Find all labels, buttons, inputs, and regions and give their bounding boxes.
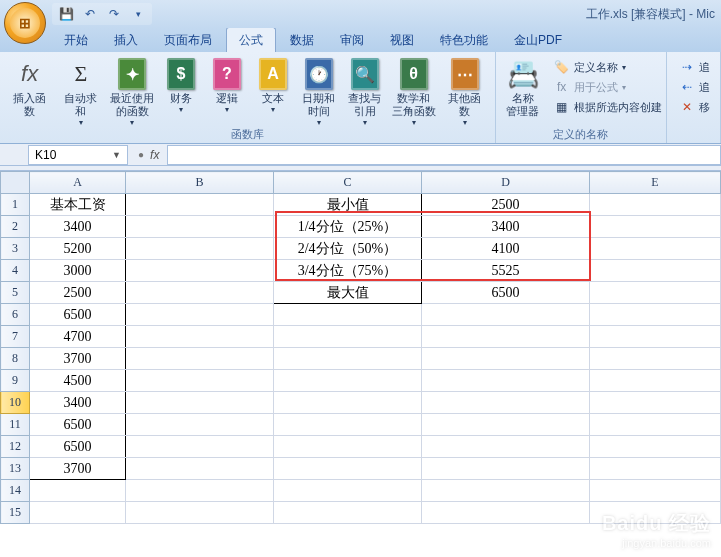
redo-icon[interactable]: ↷ <box>106 6 122 22</box>
tab-special[interactable]: 特色功能 <box>428 28 500 52</box>
cell[interactable] <box>30 480 126 502</box>
row-header[interactable]: 15 <box>1 502 30 524</box>
cell[interactable] <box>422 392 590 414</box>
tab-insert[interactable]: 插入 <box>102 28 150 52</box>
cell[interactable]: 1/4分位（25%） <box>274 216 422 238</box>
cell[interactable]: 4700 <box>30 326 126 348</box>
cell[interactable] <box>422 370 590 392</box>
tab-pdf[interactable]: 金山PDF <box>502 28 574 52</box>
cell[interactable] <box>274 370 422 392</box>
cell[interactable] <box>126 392 274 414</box>
cell[interactable] <box>126 194 274 216</box>
cell[interactable] <box>126 348 274 370</box>
cell[interactable] <box>126 414 274 436</box>
cell[interactable]: 最小值 <box>274 194 422 216</box>
cell[interactable] <box>422 502 590 524</box>
tab-formulas[interactable]: 公式 <box>226 27 276 52</box>
row-header[interactable]: 7 <box>1 326 30 348</box>
cell[interactable]: 3700 <box>30 458 126 480</box>
col-header-C[interactable]: C <box>274 172 422 194</box>
cell[interactable] <box>126 370 274 392</box>
cell[interactable] <box>590 458 721 480</box>
cell[interactable] <box>590 326 721 348</box>
cell[interactable] <box>274 392 422 414</box>
cell[interactable] <box>590 348 721 370</box>
cell[interactable] <box>422 326 590 348</box>
row-header[interactable]: 8 <box>1 348 30 370</box>
cell[interactable] <box>126 480 274 502</box>
cell[interactable] <box>590 304 721 326</box>
name-box[interactable]: K10 ▼ <box>28 145 128 165</box>
col-header-D[interactable]: D <box>422 172 590 194</box>
cell[interactable] <box>422 480 590 502</box>
cell[interactable] <box>126 436 274 458</box>
cell[interactable]: 3/4分位（75%） <box>274 260 422 282</box>
trace-precedents-button[interactable]: ⇢ 追 <box>675 58 714 76</box>
cell[interactable]: 4100 <box>422 238 590 260</box>
cell[interactable] <box>274 458 422 480</box>
cell[interactable] <box>126 260 274 282</box>
cell[interactable] <box>126 238 274 260</box>
cell[interactable] <box>590 238 721 260</box>
cell[interactable] <box>30 502 126 524</box>
cell[interactable]: 3400 <box>30 216 126 238</box>
cell[interactable] <box>126 502 274 524</box>
cell[interactable] <box>126 282 274 304</box>
cell[interactable] <box>590 370 721 392</box>
cell[interactable] <box>274 348 422 370</box>
tab-home[interactable]: 开始 <box>52 28 100 52</box>
row-header[interactable]: 1 <box>1 194 30 216</box>
qat-dropdown-icon[interactable]: ▾ <box>130 6 146 22</box>
cell[interactable]: 6500 <box>422 282 590 304</box>
cell[interactable] <box>590 480 721 502</box>
row-header[interactable]: 4 <box>1 260 30 282</box>
cell[interactable]: 2500 <box>30 282 126 304</box>
cell[interactable] <box>126 326 274 348</box>
cell[interactable] <box>590 436 721 458</box>
chevron-down-icon[interactable]: ▼ <box>112 150 121 160</box>
define-name-button[interactable]: 🏷️ 定义名称 ▾ <box>550 58 666 76</box>
cell[interactable]: 2/4分位（50%） <box>274 238 422 260</box>
tab-data[interactable]: 数据 <box>278 28 326 52</box>
cell[interactable] <box>274 436 422 458</box>
save-icon[interactable]: 💾 <box>58 6 74 22</box>
tab-review[interactable]: 审阅 <box>328 28 376 52</box>
cell[interactable]: 基本工资 <box>30 194 126 216</box>
cell[interactable]: 最大值 <box>274 282 422 304</box>
cell[interactable] <box>274 414 422 436</box>
cell[interactable]: 4500 <box>30 370 126 392</box>
cell[interactable] <box>274 304 422 326</box>
cell[interactable] <box>126 304 274 326</box>
create-from-selection-button[interactable]: ▦ 根据所选内容创建 <box>550 98 666 116</box>
cell[interactable]: 3400 <box>30 392 126 414</box>
row-header[interactable]: 13 <box>1 458 30 480</box>
col-header-E[interactable]: E <box>590 172 721 194</box>
tab-view[interactable]: 视图 <box>378 28 426 52</box>
cell[interactable]: 2500 <box>422 194 590 216</box>
row-header[interactable]: 12 <box>1 436 30 458</box>
row-header[interactable]: 9 <box>1 370 30 392</box>
cell[interactable] <box>126 458 274 480</box>
cell[interactable] <box>274 326 422 348</box>
cell[interactable] <box>590 392 721 414</box>
row-header[interactable]: 14 <box>1 480 30 502</box>
fx-icon[interactable]: fx <box>150 148 159 162</box>
row-header[interactable]: 5 <box>1 282 30 304</box>
cell[interactable] <box>422 436 590 458</box>
cell[interactable]: 3700 <box>30 348 126 370</box>
cell[interactable]: 6500 <box>30 414 126 436</box>
cell[interactable] <box>422 304 590 326</box>
formula-input[interactable] <box>167 145 721 165</box>
cell[interactable] <box>422 458 590 480</box>
cell[interactable]: 3000 <box>30 260 126 282</box>
row-header[interactable]: 10 <box>1 392 30 414</box>
cell[interactable]: 5200 <box>30 238 126 260</box>
row-header[interactable]: 3 <box>1 238 30 260</box>
cell[interactable] <box>422 414 590 436</box>
cell[interactable] <box>590 216 721 238</box>
row-header[interactable]: 6 <box>1 304 30 326</box>
cell[interactable] <box>422 348 590 370</box>
select-all-corner[interactable] <box>1 172 30 194</box>
cell[interactable]: 3400 <box>422 216 590 238</box>
cell[interactable] <box>274 480 422 502</box>
